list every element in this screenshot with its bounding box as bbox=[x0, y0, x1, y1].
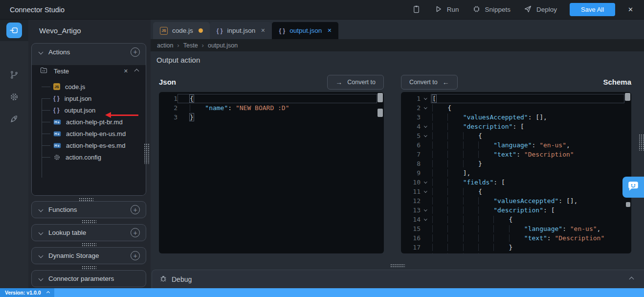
close-folder-icon[interactable]: ✕ bbox=[124, 68, 128, 74]
code-text[interactable]: "language": "en-us", bbox=[431, 224, 624, 233]
tab-code.js[interactable]: JScode.js bbox=[153, 22, 210, 39]
code-text[interactable]: } bbox=[431, 243, 624, 252]
save-all-button[interactable]: Save All bbox=[570, 3, 615, 16]
section-header[interactable]: Dynamic Storage+ bbox=[32, 248, 146, 264]
fold-chevron-icon[interactable] bbox=[424, 106, 427, 109]
close-icon[interactable]: ✕ bbox=[628, 6, 633, 13]
code-text[interactable]: } bbox=[178, 113, 377, 122]
section-connector-parameters[interactable]: Connector parameters bbox=[31, 270, 146, 287]
tree-item-code.js[interactable]: JScode.js bbox=[32, 81, 146, 92]
breadcrumb-item[interactable]: action bbox=[157, 42, 173, 49]
fold-chevron-icon[interactable] bbox=[424, 124, 427, 127]
code-text[interactable]: "description": [ bbox=[431, 122, 624, 131]
code-text[interactable]: "valuesAcceppted": [], bbox=[431, 196, 624, 206]
code-text[interactable]: { bbox=[431, 103, 624, 113]
resize-handle[interactable] bbox=[82, 220, 96, 223]
chevron-down-icon[interactable] bbox=[39, 230, 44, 235]
chat-widget-button[interactable] bbox=[622, 177, 644, 198]
section-header[interactable]: Functions+ bbox=[32, 202, 146, 218]
debug-bar[interactable]: Debug bbox=[152, 270, 644, 288]
section-header[interactable]: Connector parameters bbox=[32, 271, 146, 287]
code-text[interactable]: { bbox=[431, 215, 624, 224]
tree-item-output.json[interactable]: { }output.json bbox=[32, 104, 146, 116]
run-button[interactable]: Run bbox=[434, 4, 459, 15]
scrollbar[interactable] bbox=[625, 92, 631, 253]
fold-chevron-icon[interactable] bbox=[424, 96, 427, 99]
breadcrumb-item[interactable]: Teste bbox=[183, 42, 198, 49]
right-resize-handle[interactable] bbox=[639, 134, 644, 151]
chevron-down-icon[interactable] bbox=[39, 276, 44, 281]
code-text[interactable]: ] bbox=[431, 252, 624, 253]
fold-chevron-icon[interactable] bbox=[424, 217, 427, 220]
code-text[interactable]: [ bbox=[431, 94, 624, 103]
code-text[interactable]: "valuesAcceppted": [], bbox=[431, 113, 624, 122]
resize-handle[interactable] bbox=[82, 243, 96, 246]
code-text[interactable]: "description": [ bbox=[431, 206, 624, 215]
tree-item-action-help-en-us.md[interactable]: action-help-en-us.md bbox=[32, 128, 146, 139]
code-line: 3} bbox=[159, 113, 384, 122]
section-header[interactable]: Lookup table+ bbox=[32, 225, 146, 241]
code-text[interactable]: "text": "Description" bbox=[431, 150, 624, 159]
code-text[interactable]: "fields": [ bbox=[431, 178, 624, 187]
sidebar-resize-handle[interactable] bbox=[144, 143, 149, 164]
add-icon[interactable]: + bbox=[131, 205, 140, 214]
deploy-button[interactable]: Deploy bbox=[523, 4, 557, 15]
add-action-icon[interactable]: + bbox=[131, 47, 140, 57]
add-icon[interactable]: + bbox=[131, 251, 140, 260]
fold-chevron-icon[interactable] bbox=[424, 189, 427, 192]
tree-item-action-help-es-es.md[interactable]: action-help-es-es.md bbox=[32, 139, 146, 151]
section-dynamic-storage[interactable]: Dynamic Storage+ bbox=[31, 247, 146, 264]
chevron-down-icon[interactable] bbox=[39, 207, 44, 212]
code-text[interactable]: "name": "NEW BOARD :D" bbox=[178, 103, 377, 113]
debug-resize-handle[interactable] bbox=[390, 264, 405, 267]
line-number: 9 bbox=[401, 168, 421, 178]
snippets-button[interactable]: Snippets bbox=[472, 4, 511, 15]
resize-handle[interactable] bbox=[79, 198, 93, 201]
deploy-label: Deploy bbox=[536, 6, 557, 13]
json-editor[interactable]: 1{2 "name": "NEW BOARD :D"3} bbox=[159, 92, 384, 253]
code-text[interactable]: { bbox=[178, 94, 377, 103]
tree-item-action.config[interactable]: action.config bbox=[32, 151, 146, 163]
convert-to-json-button[interactable]: Convert to ← bbox=[401, 75, 458, 90]
convert-label: Convert to bbox=[347, 79, 376, 86]
code-text[interactable]: "text": "Description" bbox=[431, 233, 624, 243]
close-tab-icon[interactable]: ✕ bbox=[261, 27, 265, 34]
clipboard-button[interactable] bbox=[412, 4, 421, 15]
tab-output.json[interactable]: { }output.json✕ bbox=[272, 22, 338, 39]
nav-connector-icon[interactable] bbox=[6, 23, 22, 38]
fold-chevron-icon[interactable] bbox=[424, 180, 427, 183]
nav-branch-icon[interactable] bbox=[6, 67, 22, 83]
fold-chevron-icon[interactable] bbox=[424, 208, 427, 211]
tree-item-action-help-pt-br.md[interactable]: action-help-pt-br.md bbox=[32, 116, 146, 128]
convert-to-schema-button[interactable]: → Convert to bbox=[327, 75, 384, 90]
nav-rocket-icon[interactable] bbox=[6, 111, 22, 127]
version-badge[interactable]: Version: v1.0.0 bbox=[0, 288, 54, 297]
chevron-up-icon[interactable] bbox=[134, 69, 139, 73]
actions-panel-header[interactable]: Actions + bbox=[32, 44, 146, 60]
scrollbar[interactable] bbox=[378, 92, 383, 253]
code-text[interactable]: ], bbox=[431, 168, 624, 178]
code-text[interactable]: } bbox=[431, 159, 624, 168]
tab-label: output.json bbox=[289, 27, 322, 34]
tab-input.json[interactable]: { }input.json✕ bbox=[210, 22, 272, 39]
chevron-down-icon[interactable] bbox=[39, 253, 44, 258]
run-label: Run bbox=[447, 6, 459, 13]
close-tab-icon[interactable]: ✕ bbox=[327, 27, 332, 34]
tree-folder-teste[interactable]: Teste ✕ bbox=[32, 65, 146, 77]
add-icon[interactable]: + bbox=[131, 228, 140, 237]
section-lookup-table[interactable]: Lookup table+ bbox=[31, 224, 146, 241]
version-label: Version: v1.0.0 bbox=[5, 290, 41, 296]
fold-chevron-icon[interactable] bbox=[424, 134, 427, 137]
breadcrumb-item[interactable]: output.json bbox=[208, 42, 238, 49]
code-text[interactable]: { bbox=[431, 131, 624, 140]
nav-settings-icon[interactable] bbox=[6, 89, 22, 105]
code-text[interactable]: { bbox=[431, 187, 624, 196]
section-functions[interactable]: Functions+ bbox=[31, 201, 146, 218]
schema-editor[interactable]: 1[2 {3 "valuesAcceppted": [],4 "descript… bbox=[401, 92, 631, 253]
chevron-up-icon[interactable] bbox=[46, 291, 50, 294]
chevron-up-icon[interactable] bbox=[629, 277, 634, 282]
chevron-down-icon[interactable] bbox=[39, 49, 44, 54]
resize-handle[interactable] bbox=[82, 266, 96, 269]
code-text[interactable]: "language": "en-us", bbox=[431, 140, 624, 150]
tree-item-input.json[interactable]: { }input.json bbox=[32, 92, 146, 104]
